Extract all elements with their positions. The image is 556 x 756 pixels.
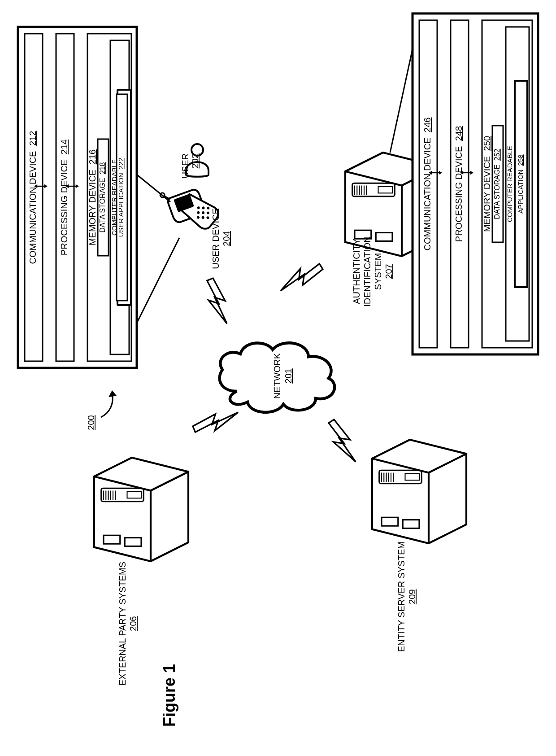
auth-ref: 207 <box>384 264 394 279</box>
ad-data-label: DATA STORAGE 252 <box>493 149 501 219</box>
diagram-root: NETWORK 201 USER 202 USER DEVICE 204 AUT… <box>0 0 556 756</box>
entity-label: ENTITY SERVER SYSTEM <box>396 542 406 652</box>
auth-label3: SYSTEM <box>373 253 383 290</box>
entity-ref: 209 <box>407 589 417 604</box>
ad-comm-label: COMMUNICATION DEVICE 246 <box>422 118 432 251</box>
svg-marker-42 <box>109 390 117 397</box>
external-ref: 206 <box>128 616 138 631</box>
ud-comm-label: COMMUNICATION DEVICE 212 <box>28 131 38 264</box>
network-label: NETWORK <box>272 353 282 399</box>
entity-server <box>372 440 466 543</box>
user-device-ref: 204 <box>222 231 231 246</box>
ud-mem-label: MEMORY DEVICE 216 <box>87 149 97 245</box>
network-ref: 201 <box>283 368 293 383</box>
link-entity-network <box>319 418 368 462</box>
external-server <box>94 458 188 561</box>
ref-200: 200 <box>86 415 96 430</box>
svg-line-26 <box>135 238 179 328</box>
svg-line-25 <box>135 173 170 202</box>
external-label: EXTERNAL PARTY SYSTEMS <box>117 562 127 686</box>
figure-ref-200: 200 <box>86 390 117 430</box>
figure-caption: Figure 1 <box>160 664 178 727</box>
ad-mem-label: MEMORY DEVICE 250 <box>482 136 492 232</box>
ad-instr-label1: COMPUTER READABLE <box>506 146 513 222</box>
auth-label1: AUTHENTICITY <box>352 239 361 304</box>
link-user-device-network <box>195 276 243 323</box>
user-device-label: USER DEVICE <box>211 208 221 269</box>
user-device-detail-callout: COMMUNICATION DEVICE 212 PROCESSING DEVI… <box>18 27 179 368</box>
auth-label2: IDENTIFICATION <box>362 236 372 306</box>
user-label: USER <box>180 153 190 179</box>
link-auth-network <box>281 254 324 303</box>
ud-data-label: DATA STORAGE 218 <box>99 162 106 232</box>
ad-app-label: APPLICATION 258 <box>517 154 524 213</box>
auth-detail-callout: COMMUNICATION DEVICE 246 PROCESSING DEVI… <box>390 13 538 354</box>
user-ref: 202 <box>190 153 200 168</box>
